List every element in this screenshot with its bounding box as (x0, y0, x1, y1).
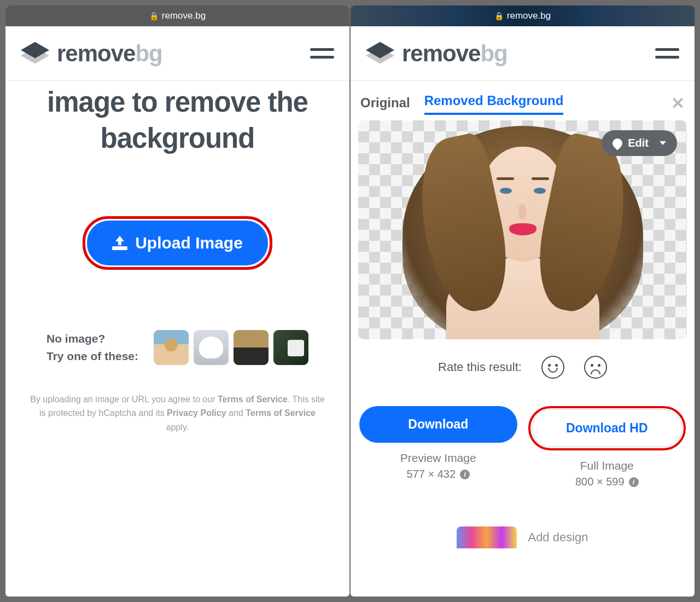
full-meta-dims: 800 × 599 i (528, 476, 686, 488)
download-hd-highlight: Download HD (528, 406, 686, 450)
left-content: image to remove the background Upload Im… (5, 81, 349, 597)
hero-text: image to remove the background (22, 84, 333, 157)
tos-link[interactable]: Terms of Service (218, 395, 288, 404)
download-hd-button[interactable]: Download HD (532, 409, 683, 447)
upload-highlight: Upload Image (83, 216, 272, 270)
thumbs-down-icon[interactable] (584, 356, 607, 379)
rate-label: Rate this result: (438, 360, 522, 374)
tos-link-2[interactable]: Terms of Service (246, 408, 316, 418)
rate-row: Rate this result: (358, 356, 687, 379)
logo-text: removebg (402, 40, 508, 67)
url-text: remove.bg (507, 10, 551, 21)
samples-row (154, 330, 308, 365)
full-meta-label: Full Image (528, 459, 686, 472)
right-content: Original Removed Background ✕ Edit (351, 81, 695, 597)
add-design-label: Add design (528, 530, 588, 545)
logo-text: removebg (57, 40, 162, 67)
chevron-down-icon (660, 141, 666, 145)
download-col-hd: Download HD Full Image 800 × 599 i (528, 406, 686, 488)
samples-text: No image? Try one of these: (46, 330, 138, 364)
edit-button[interactable]: Edit (602, 130, 677, 156)
phone-left: 🔒 remove.bg removebg image to remove the… (5, 5, 349, 597)
preview-area: Edit (358, 120, 687, 339)
add-design-row[interactable]: Add design (358, 526, 687, 548)
privacy-link[interactable]: Privacy Policy (167, 408, 226, 418)
logo[interactable]: removebg (366, 40, 508, 67)
header: removebg (351, 26, 695, 81)
preview-meta-dims: 577 × 432 i (359, 468, 517, 481)
sample-image-1[interactable] (154, 330, 189, 365)
sample-image-3[interactable] (234, 330, 269, 365)
lock-icon: 🔒 (149, 11, 159, 20)
info-icon[interactable]: i (629, 477, 639, 487)
download-button[interactable]: Download (359, 406, 517, 443)
download-row: Download Preview Image 577 × 432 i Downl… (358, 406, 687, 488)
download-col-preview: Download Preview Image 577 × 432 i (359, 406, 517, 488)
design-thumb-icon (457, 526, 517, 548)
logo-icon (21, 42, 49, 65)
tabs-row: Original Removed Background ✕ (358, 81, 687, 120)
logo[interactable]: removebg (21, 40, 162, 67)
upload-icon (112, 236, 127, 250)
tab-removed-bg[interactable]: Removed Background (424, 91, 564, 115)
tab-original[interactable]: Original (360, 93, 410, 113)
thumbs-up-icon[interactable] (541, 356, 564, 379)
menu-icon[interactable] (310, 48, 334, 59)
sample-image-2[interactable] (194, 330, 229, 365)
edit-label: Edit (628, 137, 649, 149)
brush-icon (610, 136, 624, 150)
preview-meta-label: Preview Image (359, 452, 517, 465)
close-icon[interactable]: ✕ (671, 94, 685, 113)
info-icon[interactable]: i (460, 470, 470, 479)
samples-section: No image? Try one of these: (46, 330, 308, 365)
menu-icon[interactable] (655, 48, 679, 59)
url-bar: 🔒 remove.bg (5, 5, 349, 26)
upload-button[interactable]: Upload Image (87, 221, 268, 265)
sample-image-4[interactable] (273, 330, 308, 365)
fine-print: By uploading an image or URL you agree t… (22, 392, 333, 435)
url-bar: 🔒 remove.bg (351, 5, 695, 26)
header: removebg (5, 26, 349, 81)
phone-right: 🔒 remove.bg removebg Original Removed Ba… (351, 5, 695, 597)
logo-icon (366, 42, 394, 65)
upload-label: Upload Image (135, 234, 243, 252)
url-text: remove.bg (162, 10, 206, 21)
lock-icon: 🔒 (494, 11, 504, 20)
